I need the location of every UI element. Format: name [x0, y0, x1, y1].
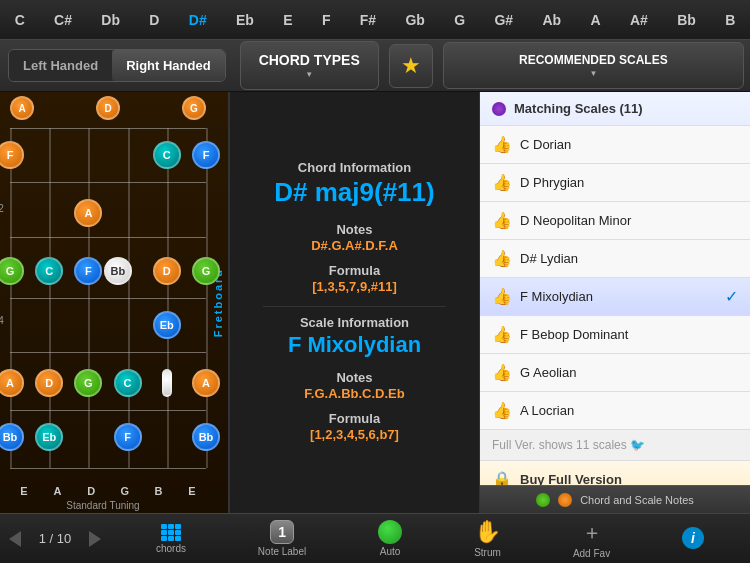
prev-button[interactable] [0, 514, 30, 564]
dot-row5-s4: C [114, 369, 142, 397]
note-Csharp[interactable]: C# [48, 8, 78, 32]
scale-icon-2: 👍 [492, 211, 512, 230]
strum-toolbar-item[interactable]: ✋ Strum [474, 519, 501, 558]
note-Dsharp[interactable]: D# [183, 8, 213, 32]
note-Db[interactable]: Db [95, 8, 126, 32]
string-name-D: D [77, 485, 105, 497]
scale-icon-0: 👍 [492, 135, 512, 154]
chords-toolbar-item[interactable]: chords [156, 524, 186, 554]
scale-icon-5: 👍 [492, 325, 512, 344]
scale-icon-6: 👍 [492, 363, 512, 382]
strum-label: Strum [474, 547, 501, 558]
note-C[interactable]: C [9, 8, 31, 32]
dot-row2-s3: A [74, 199, 102, 227]
scale-item-1[interactable]: 👍 D Phrygian [480, 164, 750, 202]
dot-row3-s2: C [35, 257, 63, 285]
star-button[interactable]: ★ [389, 44, 433, 88]
right-handed-button[interactable]: Right Handed [112, 50, 225, 81]
note-F[interactable]: F [316, 8, 337, 32]
note-bar: C C# Db D D# Eb E F F# Gb G G# Ab A A# B… [0, 0, 750, 40]
info-divider [263, 306, 446, 307]
info-toolbar-item[interactable]: i [682, 527, 704, 551]
open-string-dot-E: A [10, 96, 34, 120]
dot-row1-s5: C [153, 141, 181, 169]
recommended-scales-arrow: ▼ [589, 69, 597, 78]
note-A[interactable]: A [585, 8, 607, 32]
buy-label: Buy Full Version [520, 472, 622, 485]
scale-item-6[interactable]: 👍 G Aeolian [480, 354, 750, 392]
dot-row3-s3: F [74, 257, 102, 285]
dot-row6-s2: Eb [35, 423, 63, 451]
buy-full-version-item[interactable]: 🔒 Buy Full Version [480, 461, 750, 485]
fretboard[interactable]: A D G 1 2 3 4 5 6 [0, 92, 230, 513]
scale-icon-1: 👍 [492, 173, 512, 192]
tuning-label: Standard Tuning [0, 500, 206, 511]
note-Asharp[interactable]: A# [624, 8, 654, 32]
string-name-E2: E [178, 485, 206, 497]
next-button[interactable] [80, 514, 110, 564]
note-label-toolbar-item[interactable]: 1 Note Label [258, 520, 306, 557]
recommended-scales-label: RECOMMENDED SCALES [519, 53, 668, 67]
note-Fsharp[interactable]: F# [354, 8, 382, 32]
scale-item-5[interactable]: 👍 F Bebop Dominant [480, 316, 750, 354]
scale-label-1: D Phrygian [520, 175, 738, 190]
dot-row1-s6: F [192, 141, 220, 169]
chord-types-button[interactable]: CHORD TYPES ▼ [240, 41, 379, 90]
open-string-dot-D: G [182, 96, 206, 120]
dot-row5-s3: G [74, 369, 102, 397]
scale-item-7[interactable]: 👍 A Locrian [480, 392, 750, 430]
scale-item-3[interactable]: 👍 D# Lydian [480, 240, 750, 278]
recommended-scales-button[interactable]: RECOMMENDED SCALES ▼ [443, 42, 744, 89]
scale-label-6: G Aeolian [520, 365, 738, 380]
dot-row3-s1: G [0, 257, 24, 285]
dot-row5-s1: A [0, 369, 24, 397]
string-name-E: E [10, 485, 38, 497]
note-D[interactable]: D [143, 8, 165, 32]
scale-label-3: D# Lydian [520, 251, 738, 266]
note-label-label: Note Label [258, 546, 306, 557]
info-circle-icon: i [682, 527, 704, 549]
dot-row1-s1: F [0, 141, 24, 169]
dot-row6-s1: Bb [0, 423, 24, 451]
dot-row3-s6: G [192, 257, 220, 285]
note-Bb[interactable]: Bb [671, 8, 702, 32]
chord-formula-value: [1,3,5,7,9,#11] [312, 279, 397, 294]
add-fav-toolbar-item[interactable]: ＋ Add Fav [573, 519, 610, 559]
right-panel: Matching Scales (11) 👍 C Dorian 👍 D Phry… [480, 92, 750, 513]
matching-scales-label: Matching Scales (11) [514, 101, 738, 116]
scale-item-2[interactable]: 👍 D Neopolitan Minor [480, 202, 750, 240]
scale-info-title: Scale Information [300, 315, 409, 330]
chord-notes-label: Notes [336, 222, 372, 237]
note-Ab[interactable]: Ab [537, 8, 568, 32]
add-fav-label: Add Fav [573, 548, 610, 559]
dot-row4-s5: Eb [153, 311, 181, 339]
chord-formula-label: Formula [329, 263, 380, 278]
note-E[interactable]: E [277, 8, 298, 32]
matching-scales-item[interactable]: Matching Scales (11) [480, 92, 750, 126]
dot-row6-s6: Bb [192, 423, 220, 451]
dot-row3-s4: Bb [104, 257, 132, 285]
note-label-badge: 1 [270, 520, 294, 544]
note-G[interactable]: G [448, 8, 471, 32]
note-Gsharp[interactable]: G# [488, 8, 519, 32]
note-Eb[interactable]: Eb [230, 8, 260, 32]
dot-row3-s5: D [153, 257, 181, 285]
check-mark-4: ✓ [725, 287, 738, 306]
scale-icon-7: 👍 [492, 401, 512, 420]
scale-formula-label: Formula [329, 411, 380, 426]
note-Gb[interactable]: Gb [399, 8, 430, 32]
scale-label-5: F Bebop Dominant [520, 327, 738, 342]
scale-notes-label: Notes [336, 370, 372, 385]
auto-toolbar-item[interactable]: Auto [378, 520, 402, 557]
matching-dot-icon [492, 102, 506, 116]
scale-notes-value: F.G.A.Bb.C.D.Eb [304, 386, 404, 401]
note-B[interactable]: B [719, 8, 741, 32]
page-indicator: 1 / 10 [30, 531, 80, 546]
scale-label-4: F Mixolydian [520, 289, 721, 304]
prev-arrow-icon [9, 531, 21, 547]
scale-label-0: C Dorian [520, 137, 738, 152]
scale-item-4[interactable]: 👍 F Mixolydian ✓ [480, 278, 750, 316]
left-handed-button[interactable]: Left Handed [9, 50, 112, 81]
bottom-bar: 1 / 10 chords 1 Note Label Auto ✋ Strum [0, 513, 750, 563]
scale-item-0[interactable]: 👍 C Dorian [480, 126, 750, 164]
